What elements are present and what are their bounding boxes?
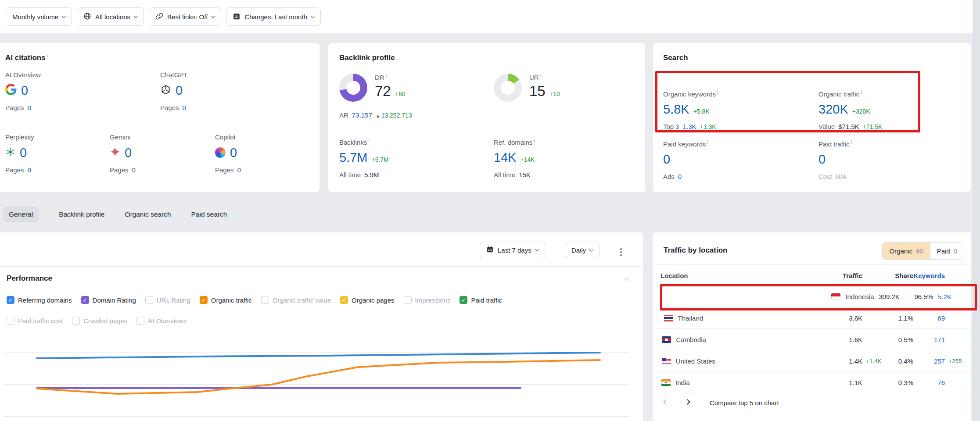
best-links-label: Best links: Off (167, 13, 208, 21)
organic-traffic-value[interactable]: 320K (818, 103, 848, 116)
backlinks-value[interactable]: 5.7M (339, 151, 367, 164)
checkbox-organic-pages[interactable]: ✓Organic pages (340, 296, 395, 304)
pages-count-link[interactable]: 0 (28, 166, 31, 174)
info-icon[interactable]: i (386, 73, 387, 78)
ref-domains-delta: +14K (521, 156, 535, 163)
organic-keywords-delta: +5.8K (693, 108, 710, 115)
chatgpt-value[interactable]: 0 (176, 84, 183, 97)
date-range-button[interactable]: Last 7 days (480, 242, 545, 258)
next-page-button[interactable] (682, 398, 693, 407)
traffic-by-location-panel: Traffic by location Organic90 Paid0 Loca… (653, 232, 971, 421)
top3-value-link[interactable]: 1.3K (683, 123, 696, 130)
checkbox-paid-traffic[interactable]: ✓Paid traffic (459, 296, 502, 304)
tab-organic-search[interactable]: Organic search (125, 207, 171, 222)
locations-filter[interactable]: All locations (77, 7, 144, 26)
compare-top5-label[interactable]: Compare top 5 on chart (710, 399, 779, 407)
pages-count-link[interactable]: 0 (28, 104, 31, 111)
info-icon[interactable]: i (707, 139, 708, 145)
table-row-cambodia[interactable]: Cambodia 1.6K 0.5% 171 (653, 329, 971, 350)
perplexity-value[interactable]: 0 (20, 146, 27, 159)
keywords-link[interactable]: 5.2K (933, 293, 951, 300)
copilot-value[interactable]: 0 (230, 146, 237, 159)
checkbox-ai-overviews[interactable]: AI Overviews (136, 317, 187, 325)
toggle-organic[interactable]: Organic90 (883, 243, 930, 259)
collapse-section-button[interactable] (625, 276, 628, 284)
column-keywords[interactable]: Keywords (913, 272, 945, 279)
keywords-link[interactable]: 76 (913, 379, 945, 386)
paid-keywords-value[interactable]: 0 (663, 153, 670, 166)
column-traffic[interactable]: Traffic (818, 272, 862, 279)
best-links-filter[interactable]: Best links: Off (149, 7, 221, 26)
organic-keywords-value[interactable]: 5.8K (663, 103, 689, 116)
tab-paid-search[interactable]: Paid search (191, 207, 227, 222)
ref-domains-value[interactable]: 14K (494, 151, 517, 164)
backlinks-label: Backlinksi (339, 139, 484, 146)
checkbox-checked-icon: ✓ (340, 296, 348, 304)
gemini-value[interactable]: 0 (125, 146, 132, 159)
info-icon[interactable]: i (851, 139, 852, 145)
alltime-value: 15K (519, 171, 531, 178)
table-row-indonesia[interactable]: Indonesia 309.2K 96.5% 5.2K (653, 286, 971, 307)
alltime-value: 5.9M (364, 171, 379, 178)
link-icon (155, 12, 163, 21)
checkbox-url-rating[interactable]: URL Rating (145, 296, 190, 304)
checkbox-unchecked-icon (261, 296, 269, 304)
granularity-label: Daily (571, 246, 586, 254)
traffic-value: 3.6K (818, 314, 862, 322)
keywords-link[interactable]: 171 (913, 336, 945, 343)
pages-count-link[interactable]: 0 (183, 104, 186, 111)
checkbox-referring-domains[interactable]: ✓Referring domains (7, 296, 72, 304)
gemini-icon (110, 146, 120, 159)
granularity-button[interactable]: Daily (565, 242, 599, 258)
keywords-link[interactable]: 69 (913, 314, 945, 322)
pages-count-link[interactable]: 0 (132, 166, 136, 174)
keywords-link[interactable]: 257 (913, 357, 945, 365)
info-icon[interactable]: i (861, 89, 862, 95)
location-name: Indonesia (845, 293, 874, 300)
checkbox-paid-traffic-cost[interactable]: Paid traffic cost (7, 317, 63, 325)
checkbox-crawled-pages[interactable]: Crawled pages (72, 317, 127, 325)
ar-value-link[interactable]: 73,157 (352, 111, 372, 119)
info-icon[interactable]: i (534, 138, 535, 143)
previous-page-button[interactable] (661, 398, 671, 407)
locations-filter-label: All locations (95, 13, 130, 21)
table-row-thailand[interactable]: Thailand 3.6K 1.1% 69 (653, 307, 971, 329)
checkbox-impressions[interactable]: Impressions (404, 296, 451, 304)
paid-traffic-value[interactable]: 0 (818, 153, 826, 166)
share-value: 0.4% (885, 357, 913, 365)
checkbox-checked-icon: ✓ (7, 296, 14, 304)
checkbox-organic-traffic[interactable]: ✓Organic traffic (200, 296, 252, 304)
info-icon[interactable]: i (540, 73, 541, 78)
checkbox-unchecked-icon (72, 317, 80, 325)
info-icon[interactable]: i (368, 138, 369, 143)
info-icon[interactable]: i (47, 53, 48, 58)
monthly-volume-filter[interactable]: Monthly volume (6, 7, 72, 26)
table-row-united-states[interactable]: United States 1.4K +1.4K 0.4% 257 +255 (653, 350, 971, 372)
changes-filter[interactable]: Changes: Last month (226, 7, 321, 26)
tab-backlink-profile[interactable]: Backlink profile (59, 207, 104, 222)
scrollbar-track[interactable] (973, 0, 980, 421)
more-options-button[interactable] (617, 245, 625, 260)
alltime-label: All time (339, 171, 361, 178)
checkbox-checked-icon: ✓ (459, 296, 467, 304)
flag-thailand-icon (664, 315, 673, 321)
ai-overview-block: AI Overview 0 Pages0 (5, 71, 106, 111)
location-table: Location Traffic Share Keywords Indonesi… (653, 266, 971, 393)
ref-domains-block: Ref. domainsi 14K +14K All time15K (494, 139, 639, 178)
keywords-delta: +255 (945, 358, 964, 364)
column-location[interactable]: Location (661, 272, 818, 279)
dr-value: 72 (375, 84, 391, 98)
ai-overview-value[interactable]: 0 (21, 84, 28, 97)
checkbox-organic-traffic-value[interactable]: Organic traffic value (261, 296, 331, 304)
checkbox-domain-rating[interactable]: ✓Domain Rating (81, 296, 136, 304)
table-row-india[interactable]: India 1.1K 0.3% 76 (653, 372, 971, 393)
google-icon (5, 84, 17, 97)
info-icon[interactable]: i (717, 89, 718, 95)
organic-traffic-delta: +320K (852, 108, 870, 115)
traffic-value-delta: +71.5K (863, 123, 883, 130)
pages-count-link[interactable]: 0 (237, 166, 241, 174)
column-share[interactable]: Share (885, 272, 913, 279)
ads-count-link[interactable]: 0 (678, 173, 682, 180)
toggle-paid[interactable]: Paid0 (930, 243, 964, 259)
tab-general[interactable]: General (3, 207, 39, 222)
